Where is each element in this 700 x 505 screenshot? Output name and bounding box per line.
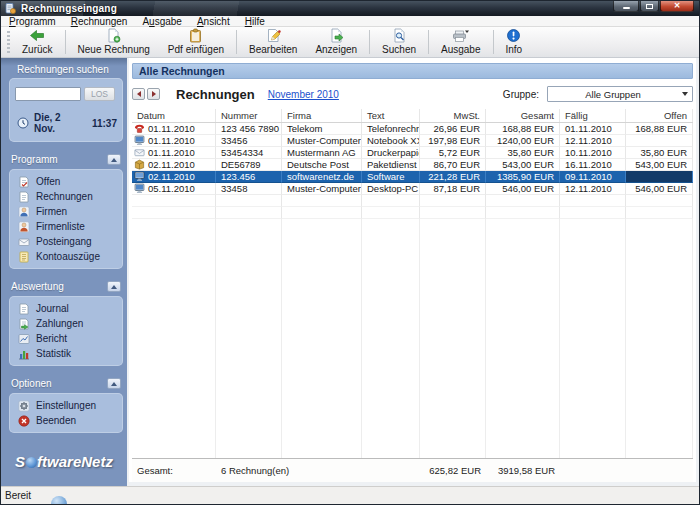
totals-label: Gesamt:: [132, 465, 216, 476]
new-invoice-icon: [106, 28, 121, 43]
window-title: Rechnungseingang: [21, 3, 117, 14]
group-dropdown[interactable]: Alle Gruppen: [547, 86, 693, 102]
view-button[interactable]: Anzeigen: [306, 27, 366, 57]
collapse-button[interactable]: [107, 154, 121, 165]
status-text: Bereit: [5, 490, 31, 501]
clock-icon: [17, 117, 29, 129]
back-button[interactable]: Zurück: [13, 27, 62, 57]
pdf-insert-button[interactable]: Pdf einfügen: [159, 27, 233, 57]
sidebar-item-rechnungen[interactable]: Rechnungen: [9, 189, 123, 204]
statusbar: Bereit: [1, 486, 699, 504]
period-link[interactable]: November 2010: [268, 89, 339, 100]
collapse-button[interactable]: [107, 281, 121, 292]
table-row[interactable]: 01.11.2010 53454334 Mustermann AG Drucke…: [132, 147, 693, 159]
open-invoices-icon: [18, 176, 30, 188]
group-label: Gruppe:: [503, 89, 539, 100]
view-icon: [329, 28, 344, 43]
sidebar-item-posteingang[interactable]: Posteingang: [9, 234, 123, 249]
print-button[interactable]: Ausgabe: [432, 27, 489, 57]
chevron-up-icon: [111, 382, 117, 386]
sidebar-item-bericht[interactable]: Bericht: [9, 331, 123, 346]
printer-icon: [452, 28, 469, 43]
table-row-selected[interactable]: 02.11.2010 123.456 softwarenetz.de Softw…: [132, 171, 693, 183]
toolbar-separator: [236, 30, 237, 54]
logo-sphere-icon: [26, 457, 37, 468]
table-row[interactable]: 02.11.2010 DE56789 Deutsche Post Paketdi…: [132, 159, 693, 171]
new-invoice-button[interactable]: Neue Rechnung: [69, 27, 159, 57]
table-row-empty: [132, 195, 693, 207]
table-row-empty: [132, 207, 693, 219]
computer-icon: [134, 135, 145, 146]
arrow-left-icon: [137, 91, 141, 97]
menu-ansicht[interactable]: Ansicht: [197, 16, 230, 27]
search-button[interactable]: Suchen: [373, 27, 425, 57]
arrow-right-icon: [152, 91, 156, 97]
search-go-button[interactable]: LOS: [84, 87, 115, 101]
previous-month-button[interactable]: [132, 88, 145, 100]
sidebar-item-offen[interactable]: Offen: [9, 174, 123, 189]
computer-icon: [134, 171, 145, 182]
report-icon: [18, 333, 30, 345]
info-button[interactable]: Info: [497, 27, 532, 57]
sidebar: Rechnungen suchen LOS Die, 2 Nov. 11:37: [1, 58, 127, 486]
close-button[interactable]: ✕: [660, 1, 694, 12]
payments-icon: [18, 318, 30, 330]
nav-row: Rechnungen November 2010 Gruppe: Alle Gr…: [132, 84, 693, 104]
collapse-button[interactable]: [107, 378, 121, 389]
toolbar-separator: [428, 30, 429, 54]
mail-icon: [18, 236, 30, 248]
next-month-button[interactable]: [147, 88, 160, 100]
sidebar-item-zahlungen[interactable]: Zahlungen: [9, 316, 123, 331]
chevron-up-icon: [111, 285, 117, 289]
gear-icon: [18, 400, 30, 412]
auswertung-panel: Journal Zahlungen Bericht: [9, 296, 123, 366]
table-row[interactable]: 01.11.2010 33456 Muster-Computer Noteboo…: [132, 135, 693, 147]
section-header-auswertung: Auswertung: [11, 281, 121, 292]
menu-hilfe[interactable]: Hilfe: [245, 16, 265, 27]
computer-icon: [134, 183, 145, 194]
edit-icon: [266, 28, 281, 43]
sidebar-item-firmen[interactable]: Firmen: [9, 204, 123, 219]
journal-icon: [18, 303, 30, 315]
optionen-panel: Einstellungen Beenden: [9, 393, 123, 433]
search-panel: LOS Die, 2 Nov. 11:37: [9, 78, 123, 142]
minimize-button[interactable]: [613, 1, 639, 12]
sidebar-item-beenden[interactable]: Beenden: [9, 413, 123, 428]
invoice-document-icon: [18, 191, 30, 203]
softwarenetz-logo: SftwareNetz: [1, 453, 127, 470]
toolbar-grip: [7, 31, 10, 53]
programm-panel: Offen Rechnungen Firmen: [9, 169, 123, 269]
mwst-total: 625,82 EUR: [420, 465, 486, 476]
menu-rechnungen[interactable]: Rechnungen: [71, 16, 128, 27]
invoice-count: 6 Rechnung(en): [216, 465, 420, 476]
mail-icon: [134, 147, 145, 158]
search-input[interactable]: [15, 87, 81, 101]
sidebar-item-kontoauszuege[interactable]: Kontoauszüge: [9, 249, 123, 264]
sidebar-item-statistik[interactable]: Statistik: [9, 346, 123, 361]
person-icon: [18, 206, 30, 218]
info-icon: [506, 28, 521, 43]
section-header-programm: Programm: [11, 154, 121, 165]
edit-button[interactable]: Bearbeiten: [240, 27, 306, 57]
toolbar-separator: [493, 30, 494, 54]
content-header: Alle Rechnungen: [132, 63, 693, 79]
current-date: Die, 2 Nov.: [34, 112, 81, 134]
toolbar-separator: [65, 30, 66, 54]
chevron-up-icon: [111, 158, 117, 162]
table-empty-area: [132, 219, 693, 458]
maximize-button[interactable]: [640, 1, 659, 12]
menu-ausgabe[interactable]: Ausgabe: [142, 16, 181, 27]
quit-icon: [18, 415, 30, 427]
page-title: Rechnungen: [176, 87, 255, 102]
background-artifact: [51, 496, 67, 504]
main-content: Alle Rechnungen Rechnungen November 2010…: [129, 58, 696, 482]
sidebar-item-firmenliste[interactable]: Firmenliste: [9, 219, 123, 234]
table-row[interactable]: 05.11.2010 33458 Muster-Computer Desktop…: [132, 183, 693, 195]
menu-programm[interactable]: Programm: [9, 16, 56, 27]
chevron-down-icon: [678, 92, 692, 96]
sidebar-item-einstellungen[interactable]: Einstellungen: [9, 398, 123, 413]
table-row[interactable]: 01.11.2010 123 456 7890 Telekom Telefonr…: [132, 123, 693, 135]
section-header-optionen: Optionen: [11, 378, 121, 389]
toolbar: Zurück Neue Rechnung P: [1, 27, 699, 58]
sidebar-item-journal[interactable]: Journal: [9, 301, 123, 316]
